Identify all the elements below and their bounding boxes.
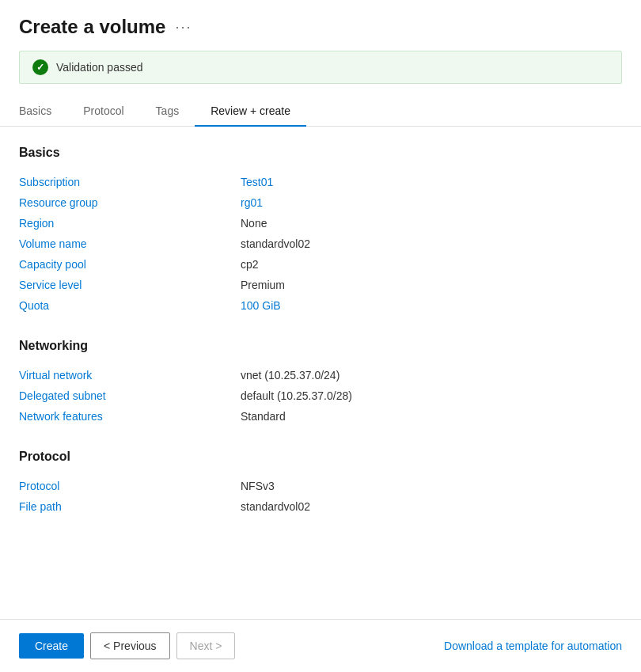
download-template-link[interactable]: Download a template for automation bbox=[444, 640, 622, 652]
resource-group-value[interactable]: rg01 bbox=[241, 196, 263, 209]
field-protocol: Protocol NFSv3 bbox=[19, 476, 622, 497]
field-virtual-network: Virtual network vnet (10.25.37.0/24) bbox=[19, 366, 622, 386]
file-path-value: standardvol02 bbox=[241, 500, 310, 513]
validation-text: Validation passed bbox=[56, 61, 142, 74]
page-container: Create a volume ··· Validation passed Ba… bbox=[0, 0, 641, 672]
field-network-features: Network features Standard bbox=[19, 407, 622, 427]
basics-section: Basics Subscription Test01 Resource grou… bbox=[19, 146, 622, 317]
resource-group-label: Resource group bbox=[19, 196, 241, 209]
tab-protocol[interactable]: Protocol bbox=[67, 97, 139, 127]
next-button[interactable]: Next > bbox=[176, 632, 236, 659]
capacity-pool-value: cp2 bbox=[241, 258, 259, 271]
delegated-subnet-value: default (10.25.37.0/28) bbox=[241, 389, 352, 402]
previous-button[interactable]: < Previous bbox=[90, 632, 170, 659]
networking-section: Networking Virtual network vnet (10.25.3… bbox=[19, 339, 622, 427]
quota-value[interactable]: 100 GiB bbox=[241, 299, 281, 312]
tab-bar: Basics Protocol Tags Review + create bbox=[0, 97, 641, 127]
validation-success-icon bbox=[32, 59, 48, 75]
tab-tags[interactable]: Tags bbox=[140, 97, 195, 127]
header-dots: ··· bbox=[175, 19, 192, 36]
subscription-value[interactable]: Test01 bbox=[241, 176, 273, 188]
network-features-label: Network features bbox=[19, 410, 241, 423]
region-value: None bbox=[241, 217, 267, 230]
protocol-value: NFSv3 bbox=[241, 480, 275, 492]
page-title: Create a volume bbox=[19, 16, 165, 38]
main-content: Basics Subscription Test01 Resource grou… bbox=[0, 127, 641, 619]
tab-basics[interactable]: Basics bbox=[19, 97, 67, 127]
virtual-network-value: vnet (10.25.37.0/24) bbox=[241, 369, 339, 382]
capacity-pool-label: Capacity pool bbox=[19, 258, 241, 271]
file-path-label: File path bbox=[19, 500, 241, 513]
networking-section-title: Networking bbox=[19, 339, 622, 353]
field-delegated-subnet: Delegated subnet default (10.25.37.0/28) bbox=[19, 386, 622, 407]
field-capacity-pool: Capacity pool cp2 bbox=[19, 255, 622, 275]
field-region: Region None bbox=[19, 214, 622, 234]
field-volume-name: Volume name standardvol02 bbox=[19, 234, 622, 255]
protocol-label: Protocol bbox=[19, 480, 241, 492]
header: Create a volume ··· bbox=[0, 0, 641, 38]
field-quota: Quota 100 GiB bbox=[19, 296, 622, 317]
service-level-value: Premium bbox=[241, 279, 285, 291]
network-features-value: Standard bbox=[241, 410, 286, 423]
delegated-subnet-label: Delegated subnet bbox=[19, 389, 241, 402]
protocol-section-title: Protocol bbox=[19, 450, 622, 464]
field-file-path: File path standardvol02 bbox=[19, 497, 622, 518]
quota-label: Quota bbox=[19, 299, 241, 312]
validation-banner: Validation passed bbox=[19, 51, 622, 84]
create-button[interactable]: Create bbox=[19, 633, 84, 659]
protocol-section: Protocol Protocol NFSv3 File path standa… bbox=[19, 450, 622, 518]
volume-name-label: Volume name bbox=[19, 237, 241, 250]
virtual-network-label: Virtual network bbox=[19, 369, 241, 382]
region-label: Region bbox=[19, 217, 241, 230]
tab-review-create[interactable]: Review + create bbox=[195, 97, 306, 127]
footer: Create < Previous Next > Download a temp… bbox=[0, 619, 641, 672]
field-service-level: Service level Premium bbox=[19, 275, 622, 296]
subscription-label: Subscription bbox=[19, 176, 241, 188]
service-level-label: Service level bbox=[19, 279, 241, 291]
basics-section-title: Basics bbox=[19, 146, 622, 160]
field-subscription: Subscription Test01 bbox=[19, 173, 622, 193]
field-resource-group: Resource group rg01 bbox=[19, 193, 622, 214]
volume-name-value: standardvol02 bbox=[241, 237, 310, 250]
